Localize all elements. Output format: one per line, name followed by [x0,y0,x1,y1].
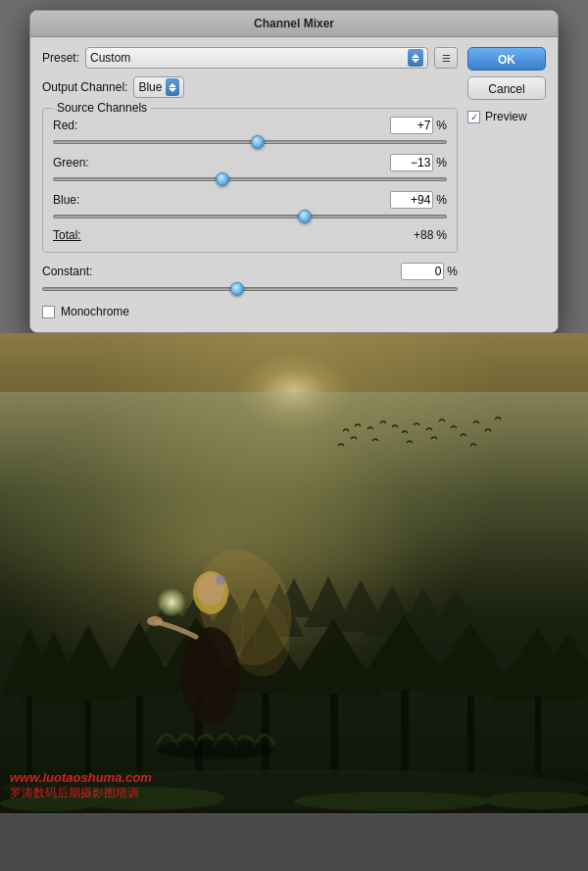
output-channel-row: Output Channel: Blue [42,76,458,98]
green-channel-label: Green: [53,156,102,169]
preset-value: Custom [90,51,408,65]
background-image: www.luotaoshuma.com 罗涛数码后期摄影图培训 [0,333,588,813]
svg-point-39 [181,627,240,725]
preview-label: Preview [485,110,527,123]
output-channel-arrows[interactable] [166,78,179,96]
menu-icon: ☰ [442,53,451,64]
green-channel-row: Green: % [53,154,447,185]
preset-row: Preset: Custom ☰ [42,47,458,69]
svg-point-43 [157,740,274,759]
total-label: Total: [53,228,102,242]
red-slider-thumb[interactable] [251,135,265,149]
total-row: Total: +88 % [53,228,447,242]
blue-slider-rail [53,215,447,218]
monochrome-checkbox[interactable] [42,306,55,318]
red-channel-label: Red: [53,119,102,132]
preview-row: ✓ Preview [467,110,546,123]
cancel-button[interactable]: Cancel [467,76,546,100]
arrow-up-icon [412,54,419,58]
green-channel-input[interactable] [390,154,433,171]
output-arrow-down-icon [169,88,176,92]
blue-channel-input[interactable] [390,191,433,209]
constant-slider-track [42,283,458,295]
watermark-text: 罗涛数码后期摄影图培训 [10,785,578,801]
monochrome-row: Monochrome [42,305,458,318]
red-channel-input[interactable] [390,117,433,134]
preview-checkbox[interactable]: ✓ [467,111,480,123]
blue-channel-pct: % [436,193,447,207]
output-channel-label: Output Channel: [42,80,127,94]
preset-label: Preset: [42,51,79,65]
green-channel-pct: % [436,156,447,169]
total-value: +88 [390,228,433,242]
red-slider-track [53,136,447,148]
red-channel-pct: % [436,119,447,132]
watermark-area: www.luotaoshuma.com 罗涛数码后期摄影图培训 [10,770,578,801]
dialog-left: Preset: Custom ☰ Output Channel: [42,47,458,318]
ok-button[interactable]: OK [467,47,546,71]
total-pct: % [436,228,447,242]
constant-slider-thumb[interactable] [230,282,244,296]
fairy-figure [118,509,314,754]
preset-arrows[interactable] [408,49,423,67]
source-channels-legend: Source Channels [53,101,151,115]
svg-point-44 [216,575,225,585]
dialog-wrapper: Channel Mixer Preset: Custom [0,0,588,333]
green-channel-top: Green: % [53,154,447,171]
output-channel-value: Blue [138,80,162,94]
channel-mixer-dialog: Channel Mixer Preset: Custom [29,10,559,333]
arrow-down-icon [412,59,419,63]
green-slider-rail [53,177,447,181]
blue-slider-thumb[interactable] [298,210,312,223]
dialog-body: Preset: Custom ☰ Output Channel: [30,37,558,332]
red-channel-row: Red: % [53,117,447,148]
constant-label: Constant: [42,265,91,278]
red-channel-top: Red: % [53,117,447,134]
constant-pct: % [447,265,458,278]
svg-point-42 [147,616,163,626]
blue-slider-track [53,211,447,222]
blue-channel-row: Blue: % [53,191,447,222]
constant-slider-rail [42,287,458,291]
blue-channel-label: Blue: [53,193,102,207]
dialog-title: Channel Mixer [254,17,334,30]
dialog-right: OK Cancel ✓ Preview [467,47,546,318]
red-slider-rail [53,140,447,144]
blue-channel-top: Blue: % [53,191,447,209]
output-channel-select[interactable]: Blue [133,76,184,98]
constant-section: Constant: % [42,263,458,295]
green-slider-thumb[interactable] [216,172,229,186]
constant-input[interactable] [401,263,444,280]
preset-select[interactable]: Custom [85,47,428,69]
preset-menu-button[interactable]: ☰ [434,47,458,69]
source-channels-group: Source Channels Red: % [42,108,458,253]
birds-area [333,411,510,490]
watermark-url: www.luotaoshuma.com [10,770,578,785]
output-arrow-up-icon [169,83,176,87]
constant-top: Constant: % [42,263,458,280]
monochrome-label: Monochrome [61,305,129,318]
green-slider-track [53,173,447,185]
dialog-titlebar: Channel Mixer [30,11,558,37]
